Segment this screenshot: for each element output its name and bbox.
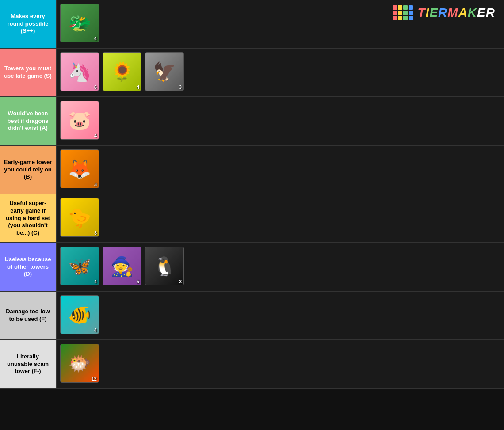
tier-row-f: Damage too low to be used (F)🐠4 [0,292,504,340]
tower-card[interactable]: 🌻4 [103,52,141,91]
tier-label-spp: Makes every round possible (S++) [0,0,56,48]
tiermaker-logo-text: TiERMAKER [417,6,495,20]
tower-badge: 4 [94,279,97,284]
logo-dot [398,16,402,20]
tower-card[interactable]: 🐧3 [145,247,184,285]
logo-dot [393,5,397,10]
tier-content-s: 🦄6🌻4🦅3 [56,49,504,96]
tower-card[interactable]: 🐲4 [60,4,99,42]
tower-card[interactable]: 🐤3 [60,198,99,237]
tower-face: 🌻 [111,61,134,83]
tower-face: 🦅 [153,61,176,83]
tier-row-b: Early-game tower you could rely on (B)🦊3 [0,146,504,194]
tower-face: 🦊 [68,158,91,180]
tier-label-s: Towers you must use late-game (S) [0,49,56,96]
tier-content-a: 🐷4 [56,97,504,145]
tier-content-c: 🐤3 [56,194,504,242]
tower-face: 🐠 [68,304,91,326]
logo-dot [403,16,408,20]
logo-grid [393,5,413,20]
tower-card[interactable]: 🦄6 [60,52,99,91]
logo-dot [398,5,402,10]
tier-row-c: Useful super-early game if using a hard … [0,194,504,243]
tower-face: 🧙 [111,255,134,277]
tower-face: 🐤 [68,207,91,228]
logo-dot [403,5,408,10]
tower-face: 🦋 [68,255,91,277]
tier-row-s: Towers you must use late-game (S)🦄6🌻4🦅3 [0,49,504,97]
tower-badge: 3 [94,230,97,236]
tier-label-fminus: Literally unusable scam tower (F-) [0,340,56,388]
logo-dot [403,11,408,15]
logo-dot [409,16,413,20]
tier-row-d: Useless because of other towers (D)🦋4🧙5🐧… [0,243,504,292]
logo-dot [409,11,413,15]
tier-row-a: Would've been best if dragons didn't exi… [0,97,504,146]
tower-face: 🐲 [68,12,91,34]
tier-content-fminus: 🐡12 [56,340,504,388]
tower-badge: 3 [179,279,182,284]
tier-label-c: Useful super-early game if using a hard … [0,194,56,242]
tower-badge: 4 [94,133,97,138]
tier-table: Makes every round possible (S++)🐲4Towers… [0,0,504,389]
tower-badge: 6 [94,84,97,90]
tier-label-f: Damage too low to be used (F) [0,292,56,339]
tower-badge: 4 [94,36,97,41]
tower-card[interactable]: 🦋4 [60,247,99,285]
logo-container: TiERMAKER [393,5,495,20]
tier-content-f: 🐠4 [56,292,504,339]
tower-card[interactable]: 🐠4 [60,295,99,334]
logo-dot [409,5,413,10]
tier-content-d: 🦋4🧙5🐧3 [56,243,504,291]
tower-badge: 12 [92,376,97,381]
tier-label-a: Would've been best if dragons didn't exi… [0,97,56,145]
tier-label-d: Useless because of other towers (D) [0,243,56,291]
tower-face: 🐧 [153,255,176,277]
tower-card[interactable]: 🧙5 [103,247,141,285]
tower-card[interactable]: 🐷4 [60,101,99,140]
tower-face: 🐷 [68,110,91,131]
tower-card[interactable]: 🦊3 [60,149,99,188]
tower-badge: 4 [137,84,139,90]
tower-card[interactable]: 🦅3 [145,52,184,91]
tower-face: 🦄 [68,61,91,83]
logo-dot [393,16,397,20]
tower-badge: 3 [94,182,97,187]
tower-badge: 4 [94,327,97,333]
tier-label-b: Early-game tower you could rely on (B) [0,146,56,194]
tower-card[interactable]: 🐡12 [60,344,99,383]
tower-badge: 5 [137,279,139,284]
tower-badge: 3 [179,84,182,90]
logo-dot [398,11,402,15]
logo-dot [393,11,397,15]
tier-content-b: 🦊3 [56,146,504,194]
tower-face: 🐡 [68,353,91,374]
tier-row-fminus: Literally unusable scam tower (F-)🐡12 [0,340,504,389]
